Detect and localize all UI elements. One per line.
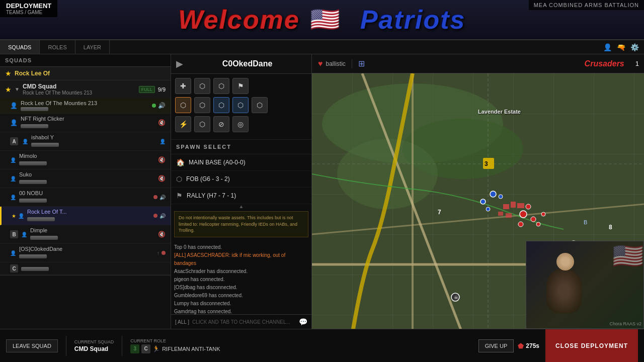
member-name: Suko [19,171,158,177]
discord-icon[interactable]: ⊞ [358,59,365,68]
webcam-person [546,268,582,313]
svg-rect-10 [511,202,516,208]
role-btn-lightning[interactable]: ⚡ [175,116,191,132]
svg-point-14 [490,191,496,197]
squad-member-self[interactable]: ★ 👤 Rock Lee Of T... 🔊 [0,207,171,225]
sound-icon: 🔇 [158,156,166,163]
star-icon: ★ [12,213,16,219]
role-num-badge: 3 [130,344,139,353]
role-btn-4[interactable]: ⬡ [232,97,249,113]
squad-member[interactable]: 👤 NFT Right Clicker 🔇 [0,114,171,132]
svg-point-20 [526,204,531,209]
squad-info-value: CMD Squad [74,345,114,352]
spawn-option-fob[interactable]: ⬡ FOB (G6 - 3 - 2) [171,171,311,188]
svg-rect-12 [498,212,503,216]
respawn-cost: ⬟ 275s [518,342,539,350]
squad-info: CMD Squad Rock Lee Of The Mounties 213 [23,83,92,96]
role-btn-medic[interactable]: ✚ [175,78,191,94]
role-btn-1[interactable]: ⬡ [175,97,191,113]
role-btn-2[interactable]: ⬡ [194,97,210,113]
squad-member[interactable]: 👤 Suko 🔇 [0,169,171,188]
member-name: Rock Lee Of The Mounties 213 [21,100,149,106]
spawn-fob-name: FOB (G6 - 3 - 2) [186,175,230,183]
squad-member[interactable]: C [0,262,171,275]
respawn-value: 275s [526,342,539,349]
chat-input-hint[interactable]: CLICK AND TAB TO CHANGE CHANNEL... [192,319,296,325]
faction-name: Rock Lee Of [15,70,50,77]
squad-member[interactable]: A 👤 ishabol Y 👤 [0,132,171,151]
webcam-head [556,253,574,270]
faction-header: ★ Rock Lee Of [0,67,171,80]
letter-badge-a: A [10,137,18,145]
chat-line: pigeon has connected. [174,276,308,284]
faction-star-icon: ★ [5,69,12,77]
middle-panel: ▶ C0OkedDane ✚ ⬡ ⬡ ⚑ ⬡ ⬡ ⬡ ⬡ ⬡ ⚡ ⬡ ⊘ ◎ S… [171,54,312,329]
svg-rect-9 [503,204,509,209]
member-name: ishabol Y [31,134,159,140]
chat-line: [OS]dbag has disconnected. [174,284,308,292]
close-deployment-button[interactable]: CLOSE DEPLOYMENT [545,329,638,362]
nav-icon-gun[interactable]: 🔫 [617,43,625,51]
role-btn-block[interactable]: ⊘ [213,116,229,132]
chat-line: Top 0 has connected. [174,243,308,251]
chat-channel[interactable]: [ ALL ] [175,319,189,325]
banner-patriots-text: Patriots [360,5,466,35]
respawn-icon: ⬟ [518,342,524,350]
spawn-main-icon: 🏠 [176,158,185,166]
member-name: Dimple [30,227,158,233]
spawn-option-main[interactable]: 🏠 MAIN BASE (A0-0-0) [171,154,311,171]
role-btn-5[interactable]: ⬡ [252,97,268,113]
squad-sub-cmd: Rock Lee Of The Mounties 213 [23,90,92,96]
squad-member[interactable]: 👤 00 NOBU 🔊 [0,188,171,207]
player-header: ▶ C0OkedDane [171,54,311,74]
tab-squads[interactable]: SQUADS [0,40,40,54]
role-btn-shield[interactable]: ⬡ [194,116,210,132]
nav-icon-profile[interactable]: 👤 [603,43,612,51]
gun-shape [19,199,47,203]
divider [66,336,66,356]
chat-line: Gumbledore69 has connected. [174,292,308,300]
role-letter-badge: C [141,344,150,353]
role-row-3: ⚡ ⬡ ⊘ ◎ [175,116,307,132]
member-icon: 👤 [10,157,16,163]
tab-roles[interactable]: ROLES [40,40,75,54]
member-icon: 👤 [18,213,24,219]
role-btn-flag[interactable]: ⚑ [232,78,249,94]
member-icon: 👤 [10,250,16,256]
squad-member[interactable]: 👤 [OS]C0okedDane ↑ [0,244,171,262]
map-label-lavender: Lavender Estate [478,109,521,115]
role-btn-infantry[interactable]: ⬡ [194,78,210,94]
svg-point-19 [531,217,536,222]
role-btn-3[interactable]: ⬡ [213,97,229,113]
squad-member[interactable]: B 👤 Dimple 🔇 [0,225,171,244]
gun-shape [19,180,47,184]
squad-member[interactable]: 👤 Rock Lee Of The Mounties 213 🔊 [0,98,171,114]
chat-footer: [ ALL ] CLICK AND TAB TO CHANGE CHANNEL.… [171,314,311,329]
scroll-indicator[interactable]: ▲ [171,204,311,208]
member-icon-small: 👤 [159,139,166,144]
leave-squad-button[interactable]: LEAVE SQUAD [6,339,58,352]
squad-header-cmd[interactable]: ★ ▼ CMD Squad Rock Lee Of The Mounties 2… [0,80,171,98]
deployment-title: DEPLOYMENT [6,2,51,10]
give-up-button[interactable]: GIVE UP [478,339,514,352]
banner-welcome-text: Welcome [179,5,300,35]
svg-point-18 [520,211,527,218]
top-nav: SQUADS ROLES LAYER 👤 🔫 ⚙️ [0,40,644,54]
squad-member[interactable]: 👤 Mimolo 🔇 [0,151,171,169]
faction-left-label: ballistic [326,60,346,67]
sound-icon: 🔇 [158,231,166,238]
nav-icon-settings[interactable]: ⚙️ [630,43,639,51]
spawn-option-rally[interactable]: ⚑ RALLY (H7 - 7 - 1) [171,188,311,204]
map-area[interactable]: ☠ 3 B 8 7 Lavender Estate 🇺🇸 Chora RAAS … [312,73,644,329]
role-btn-circle[interactable]: ◎ [232,116,249,132]
webcam-flag: 🇺🇸 [612,241,643,270]
sound-icon-active: 🔊 [159,213,166,219]
notice-box: Do not intentionally waste assets. This … [174,211,308,237]
role-btn-support[interactable]: ⬡ [213,78,229,94]
give-up-section: GIVE UP ⬟ 275s [478,339,539,352]
tab-layer[interactable]: LAYER [75,40,110,54]
gun-shape [21,124,48,128]
play-icon[interactable]: ▶ [176,58,183,69]
chat-send-icon[interactable]: 💬 [299,318,307,326]
mea-header: MEA COMBINED ARMS BATTALION [529,0,644,10]
